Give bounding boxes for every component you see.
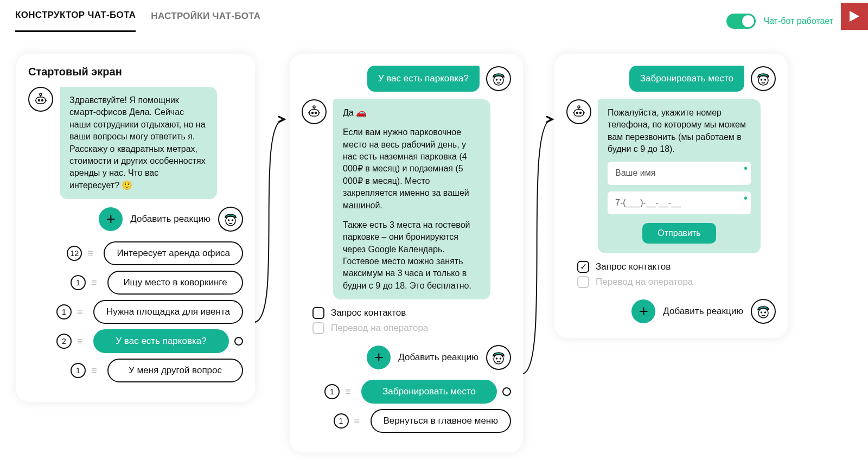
play-icon xyxy=(850,11,859,22)
svg-point-0 xyxy=(40,93,42,95)
user-icon xyxy=(755,303,772,320)
svg-point-8 xyxy=(496,79,497,80)
card-parking[interactable]: У вас есть парковка? Да 🚗 Если вам нужно… xyxy=(290,54,523,452)
bot-message-row: Здравствуйте! Я помощник смарт-офисов Де… xyxy=(28,87,243,199)
drag-handle-icon[interactable]: ≡ xyxy=(87,252,98,255)
user-bubble: Забронировать место xyxy=(629,66,744,92)
bot-avatar xyxy=(302,99,327,124)
add-reaction-label: Добавить реакцию xyxy=(130,214,210,225)
checkbox-request-contacts[interactable]: Запрос контактов xyxy=(312,307,511,319)
play-button[interactable] xyxy=(841,3,868,30)
svg-point-9 xyxy=(500,79,501,80)
option-pill[interactable]: Ищу место в коворкинге xyxy=(107,271,243,295)
bot-message-row: Да 🚗 Если вам нужно парковочное место на… xyxy=(302,99,511,299)
option-count: 1 xyxy=(56,304,72,320)
add-reaction-button[interactable]: + Добавить реакцию xyxy=(566,299,776,324)
option-row: 1 ≡ Нужна площадка для ивента xyxy=(28,300,243,324)
bot-text: Пожалуйста, укажите номер телефона, по к… xyxy=(608,108,746,154)
plus-icon: + xyxy=(99,207,123,231)
checkbox-icon xyxy=(312,307,324,319)
svg-point-26 xyxy=(765,312,766,313)
name-field[interactable]: Ваше имя xyxy=(608,162,751,184)
toggle-bot-enabled[interactable] xyxy=(726,14,756,29)
bot-message-row: Пожалуйста, укажите номер телефона, по к… xyxy=(566,99,776,253)
header-right: Чат-бот работает xyxy=(726,12,853,30)
option-pill[interactable]: У вас есть парковка? xyxy=(93,329,229,353)
drag-handle-icon[interactable]: ≡ xyxy=(345,390,356,393)
option-row: 12 ≡ Интересует аренда офиса xyxy=(28,241,243,265)
tab-settings[interactable]: НАСТРОЙКИ ЧАТ-БОТА xyxy=(151,11,260,31)
bot-bubble: Да 🚗 Если вам нужно парковочное место на… xyxy=(333,99,490,299)
checkbox-label: Запрос контактов xyxy=(596,261,671,272)
checkbox-transfer-operator[interactable]: Перевод на оператора xyxy=(577,276,776,288)
svg-point-10 xyxy=(313,106,315,108)
card-start-screen[interactable]: Стартовый экран Здравствуйте! Я помощник… xyxy=(16,54,255,402)
user-message-row: Забронировать место xyxy=(566,66,776,92)
option-pill[interactable]: Забронировать место xyxy=(361,380,497,404)
bot-bubble: Здравствуйте! Я помощник смарт-офисов Де… xyxy=(60,87,217,199)
svg-point-6 xyxy=(232,220,233,221)
checkbox-transfer-operator[interactable]: Перевод на оператора xyxy=(312,322,511,334)
tab-constructor[interactable]: КОНСТРУКТОР ЧАТ-БОТА xyxy=(15,10,136,32)
option-pill[interactable]: Вернуться в главное меню xyxy=(371,409,512,433)
header: КОНСТРУКТОР ЧАТ-БОТА НАСТРОЙКИ ЧАТ-БОТА … xyxy=(0,0,868,32)
svg-point-16 xyxy=(500,358,501,359)
card-title: Стартовый экран xyxy=(28,66,243,78)
svg-point-23 xyxy=(580,112,582,113)
svg-point-15 xyxy=(496,358,497,359)
drag-handle-icon[interactable]: ≡ xyxy=(77,310,88,314)
option-row: 1 ≡ Ищу место в коворкинге xyxy=(28,271,243,295)
svg-point-5 xyxy=(228,220,229,221)
svg-rect-11 xyxy=(309,110,319,116)
user-icon xyxy=(490,70,507,87)
drag-handle-icon[interactable]: ≡ xyxy=(91,369,102,372)
add-reaction-button[interactable]: + Добавить реакцию xyxy=(302,345,511,370)
checkbox-icon xyxy=(577,276,589,288)
option-pill[interactable]: Нужна площадка для ивента xyxy=(93,300,243,324)
checkbox-request-contacts[interactable]: Запрос контактов xyxy=(577,261,776,273)
option-pill[interactable]: У меня другой вопрос xyxy=(107,359,243,382)
drag-handle-icon[interactable]: ≡ xyxy=(91,281,102,284)
option-count: 1 xyxy=(334,413,349,429)
option-row: 2 ≡ У вас есть парковка? xyxy=(28,329,243,353)
user-message-row: У вас есть парковка? xyxy=(302,66,511,92)
user-avatar xyxy=(751,299,776,324)
connector-out[interactable] xyxy=(234,337,243,346)
option-row: 1 ≡ Вернуться в главное меню xyxy=(302,409,511,433)
checkbox-icon xyxy=(577,261,589,273)
svg-point-24 xyxy=(758,308,768,318)
bot-avatar xyxy=(566,99,591,124)
svg-point-22 xyxy=(577,112,578,113)
option-count: 1 xyxy=(71,275,86,290)
bot-icon xyxy=(33,92,48,107)
card-book-place[interactable]: Забронировать место Пожалуйста, укажите … xyxy=(554,54,788,338)
add-reaction-label: Добавить реакцию xyxy=(398,352,478,363)
phone-field[interactable]: 7-(___)-__-__-__ xyxy=(608,191,751,214)
option-row: 1 ≡ Забронировать место xyxy=(302,380,511,404)
option-pill[interactable]: Интересует аренда офиса xyxy=(104,241,243,265)
bot-paragraph: Если вам нужно парковочное место на весь… xyxy=(343,126,481,212)
bot-icon xyxy=(307,104,322,119)
svg-point-20 xyxy=(578,106,580,108)
user-avatar xyxy=(486,345,511,370)
svg-point-19 xyxy=(765,79,766,80)
svg-point-25 xyxy=(761,312,762,313)
status-label: Чат-бот работает xyxy=(763,16,833,26)
user-icon xyxy=(755,70,772,87)
user-avatar xyxy=(751,66,776,91)
user-avatar xyxy=(486,66,511,91)
submit-button[interactable]: Отправить xyxy=(642,223,716,244)
drag-handle-icon[interactable]: ≡ xyxy=(354,419,365,423)
canvas[interactable]: Стартовый экран Здравствуйте! Я помощник… xyxy=(0,37,868,460)
bot-icon xyxy=(571,104,586,119)
option-row: 1 ≡ У меня другой вопрос xyxy=(28,359,243,382)
connector-out[interactable] xyxy=(502,387,511,396)
add-reaction-button[interactable]: + Добавить реакцию xyxy=(28,207,243,232)
svg-rect-1 xyxy=(36,97,46,104)
drag-handle-icon[interactable]: ≡ xyxy=(77,340,88,343)
option-list: 1 ≡ Забронировать место 1 ≡ Вернуться в … xyxy=(302,380,511,433)
option-count: 12 xyxy=(67,246,82,261)
checkbox-label: Перевод на оператора xyxy=(596,277,693,288)
svg-point-7 xyxy=(494,75,503,85)
user-avatar xyxy=(218,207,243,232)
